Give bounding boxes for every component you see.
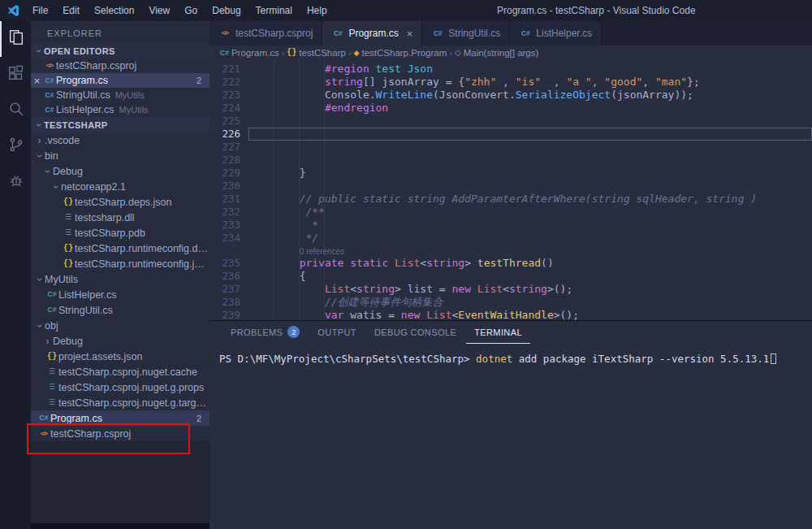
code-line-225[interactable]: 225: [209, 115, 812, 128]
panel-tab-output[interactable]: OUTPUT: [309, 322, 365, 344]
code-line-228[interactable]: 228: [209, 154, 812, 167]
breadcrumb-item-main-string-args[interactable]: ◇Main(string[] args): [455, 48, 538, 58]
search-icon: [7, 100, 25, 121]
terminal-command-line: PS D:\MF\MyProject\cSharpSets\testCSharp…: [219, 352, 812, 366]
panel: PROBLEMS2OUTPUTDEBUG CONSOLETERMINAL PS …: [209, 320, 812, 529]
menu-terminal[interactable]: Terminal: [248, 0, 300, 21]
tree-item-stringutil-cs[interactable]: C#StringUtil.cs: [31, 302, 209, 318]
panel-tab-problems[interactable]: PROBLEMS2: [222, 322, 308, 344]
terminal-content[interactable]: PS D:\MF\MyProject\cSharpSets\testCSharp…: [209, 344, 812, 529]
file-label: StringUtil.cs: [58, 305, 113, 316]
workspace-root-header[interactable]: ›TESTCSHARP: [31, 117, 209, 132]
tree-item-testcsharp-dll[interactable]: ☰testcsharp.dll: [31, 210, 209, 225]
file-label: Debug: [53, 336, 83, 347]
code-line-238[interactable]: 238 //创建等待事件句柄集合: [209, 296, 812, 309]
tree-item-testcsharp-pdb[interactable]: ☰testCSharp.pdb: [31, 225, 209, 241]
class-symbol-icon: ◆: [354, 50, 360, 57]
code-line-237[interactable]: 237 List<string> list = new List<string>…: [209, 283, 812, 296]
line-number: 233: [209, 219, 240, 232]
editor-tab-bar: </>testCSharp.csprojC#Program.cs×C#Strin…: [209, 21, 812, 46]
sidebar-bottom-strip: [31, 523, 209, 529]
tree-item-program-cs[interactable]: C#Program.cs2: [31, 410, 209, 426]
code-line-231[interactable]: 231 // public static string AddParamterA…: [209, 193, 812, 206]
tree-item-testcsharp-csproj-nuget-cache[interactable]: ☰testCSharp.csproj.nuget.cache: [31, 364, 209, 379]
panel-tab-terminal[interactable]: TERMINAL: [466, 322, 530, 344]
code-line-236[interactable]: 236 {: [209, 270, 812, 283]
code-line-222[interactable]: 222 string[] jsonArray = {"zhh" , "is" ,…: [209, 76, 812, 89]
tree-item-debug[interactable]: ›Debug: [31, 163, 209, 179]
tree-item-testcsharp-csproj-nuget-g-targets[interactable]: ☰testCSharp.csproj.nuget.g.targets: [31, 395, 209, 410]
tab-testcsharp-csproj[interactable]: </>testCSharp.csproj: [209, 21, 322, 46]
menu-edit[interactable]: Edit: [55, 0, 87, 21]
open-editor-item-listhelper-cs[interactable]: C#ListHelper.csMyUtils: [31, 102, 209, 117]
codelens-row[interactable]: 0 references: [209, 245, 812, 257]
code-line-229[interactable]: 229 }: [209, 167, 812, 180]
activity-explorer-button[interactable]: [0, 21, 31, 57]
chevron-right-icon: ›: [449, 48, 452, 58]
code-editor[interactable]: 221 #region test Json222 string[] jsonAr…: [209, 60, 812, 320]
tab-label: StringUtil.cs: [448, 28, 500, 39]
code-line-232[interactable]: 232 /**: [209, 206, 812, 219]
code-line-233[interactable]: 233 *: [209, 219, 812, 232]
line-number: 236: [209, 270, 240, 283]
line-number: 226: [209, 128, 240, 141]
tree-item-testcsharp-runtimeconfig-dev-json[interactable]: {}testCSharp.runtimeconfig.dev.json: [31, 241, 209, 256]
tree-item-bin[interactable]: ›bin: [31, 148, 209, 163]
tree-item-project-assets-json[interactable]: {}project.assets.json: [31, 349, 209, 364]
tree-item-testcsharp-csproj-nuget-g-props[interactable]: ☰testCSharp.csproj.nuget.g.props: [31, 379, 209, 395]
menu-view[interactable]: View: [141, 0, 177, 21]
menu-debug[interactable]: Debug: [205, 0, 248, 21]
tree-item-testcsharp-runtimeconfig-json[interactable]: {}testCSharp.runtimeconfig.json: [31, 256, 209, 271]
code-line-230[interactable]: 230: [209, 180, 812, 193]
tree-item-testcsharp-csproj[interactable]: </>testCSharp.csproj: [31, 426, 209, 441]
close-icon[interactable]: ×: [31, 75, 43, 87]
close-icon[interactable]: ×: [407, 28, 413, 40]
open-editor-item-testcsharp-csproj[interactable]: </>testCSharp.csproj: [31, 59, 209, 73]
code-line-226[interactable]: 226: [209, 128, 812, 141]
tab-program-cs[interactable]: C#Program.cs×: [322, 21, 422, 46]
chevron-down-icon: ›: [42, 166, 54, 176]
chevron-down-icon: ›: [34, 150, 45, 161]
files-icon: [7, 28, 25, 50]
breadcrumb-item-testcsharp-program[interactable]: ◆testCSharp.Program: [354, 48, 447, 58]
tree-item-vscode[interactable]: ›.vscode: [31, 132, 209, 148]
breadcrumb-item-testcsharp[interactable]: {}testCSharp: [287, 48, 346, 58]
open-editor-item-stringutil-cs[interactable]: C#StringUtil.csMyUtils: [31, 88, 209, 102]
line-number: 239: [209, 309, 240, 320]
tree-item-obj[interactable]: ›obj: [31, 318, 209, 333]
sidebar-explorer: EXPLORER ›OPEN EDITORS </>testCSharp.csp…: [31, 21, 209, 529]
code-line-239[interactable]: 239 var watis = new List<EventWaitHandle…: [209, 309, 812, 320]
activity-extensions-button[interactable]: [0, 57, 31, 93]
menu-go[interactable]: Go: [177, 0, 205, 21]
code-line-235[interactable]: 235 private static List<string> testThre…: [209, 257, 812, 270]
open-editor-item-program-cs[interactable]: ×C#Program.cs2: [31, 73, 209, 88]
chevron-right-icon: ›: [348, 48, 352, 58]
code-line-234[interactable]: 234 */: [209, 232, 812, 245]
indent-guide: [324, 60, 325, 320]
tree-item-testcsharp-deps-json[interactable]: {}testCSharp.deps.json: [31, 194, 209, 210]
menu-help[interactable]: Help: [300, 0, 335, 21]
modified-count-badge: 2: [197, 76, 209, 85]
code-line-223[interactable]: 223 Console.WriteLine(JsonConvert.Serial…: [209, 89, 812, 102]
code-line-227[interactable]: 227: [209, 141, 812, 154]
activity-search-button[interactable]: [0, 93, 31, 128]
open-editors-section-header[interactable]: ›OPEN EDITORS: [31, 44, 209, 59]
extensions-icon: [7, 64, 25, 85]
title-bar: FileEditSelectionViewGoDebugTerminalHelp…: [0, 0, 812, 21]
tree-item-netcoreapp2-1[interactable]: ›netcoreapp2.1: [31, 179, 209, 194]
tab-listhelper-cs[interactable]: C#ListHelper.cs: [510, 21, 602, 46]
codelens-references[interactable]: 0 references: [300, 247, 345, 256]
activity-debug-button[interactable]: [0, 164, 31, 200]
tree-item-debug[interactable]: ›Debug: [31, 333, 209, 349]
menu-file[interactable]: File: [25, 0, 55, 21]
code-line-224[interactable]: 224 #endregion: [209, 102, 812, 115]
tab-stringutil-cs[interactable]: C#StringUtil.cs: [422, 21, 510, 46]
code-line-221[interactable]: 221 #region test Json: [209, 63, 812, 76]
tree-item-listhelper-cs[interactable]: C#ListHelper.cs: [31, 287, 209, 302]
activity-source-control-button[interactable]: [0, 128, 31, 164]
open-editors-label: OPEN EDITORS: [44, 46, 115, 56]
tree-item-myutils[interactable]: ›MyUtils: [31, 271, 209, 287]
breadcrumb-item-program-cs[interactable]: C#Program.cs: [220, 48, 279, 58]
panel-tab-debug-console[interactable]: DEBUG CONSOLE: [366, 322, 464, 344]
menu-selection[interactable]: Selection: [87, 0, 141, 21]
